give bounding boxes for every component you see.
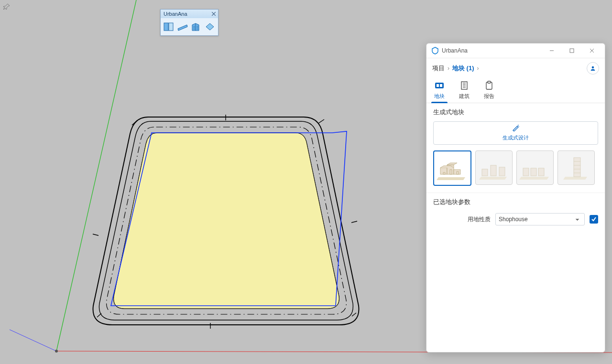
svg-rect-35 [531, 168, 536, 176]
template-thumbnails [426, 147, 605, 193]
svg-rect-21 [461, 82, 467, 89]
svg-marker-29 [479, 177, 507, 180]
plot-icon [433, 80, 446, 91]
svg-rect-38 [574, 158, 580, 177]
svg-marker-37 [563, 177, 587, 180]
svg-marker-33 [519, 177, 549, 180]
svg-rect-16 [570, 49, 574, 53]
panel-titlebar[interactable]: UrbanAna [426, 43, 605, 58]
svg-rect-34 [523, 168, 529, 176]
urbanana-mini-toolbar[interactable]: UrbanAna [160, 9, 219, 36]
close-button[interactable] [582, 44, 602, 57]
svg-rect-13 [164, 23, 168, 31]
building-tab-icon [458, 80, 470, 91]
minimize-button[interactable] [542, 44, 562, 57]
report-icon [483, 80, 495, 91]
svg-marker-28 [437, 177, 465, 180]
mini-toolbar-title[interactable]: UrbanAna [161, 10, 218, 18]
tab-report[interactable]: 报告 [482, 78, 496, 103]
tab-label: 建筑 [459, 93, 470, 100]
svg-rect-31 [491, 165, 496, 176]
user-avatar-button[interactable] [587, 62, 599, 75]
svg-line-7 [93, 234, 98, 236]
urbanana-panel: UrbanAna 项目 › 地块 (1) › 地块 建筑 [426, 43, 605, 353]
svg-line-12 [352, 313, 356, 316]
mini-toolbar-close-icon[interactable] [210, 11, 217, 17]
svg-rect-27 [488, 81, 491, 83]
thumb-shophouse-cluster[interactable] [475, 150, 513, 185]
land-use-select[interactable]: Shophouse [495, 213, 585, 225]
tool-building-icon[interactable] [190, 20, 203, 33]
svg-point-17 [592, 66, 594, 69]
tab-label: 报告 [484, 93, 494, 100]
thumb-shophouse-courtyard[interactable] [433, 150, 471, 186]
svg-rect-14 [169, 23, 173, 31]
tab-plot[interactable]: 地块 [432, 78, 447, 103]
chevron-right-icon: › [477, 65, 479, 72]
svg-rect-36 [538, 168, 544, 176]
svg-line-8 [351, 221, 357, 223]
svg-line-11 [97, 313, 101, 317]
tab-label: 地块 [434, 93, 445, 100]
tool-road-icon[interactable] [176, 20, 189, 33]
param-checkbox[interactable] [590, 215, 598, 224]
breadcrumb-current[interactable]: 地块 (1) [452, 64, 474, 73]
thumb-shophouse-row[interactable] [516, 150, 554, 185]
wand-icon [512, 125, 520, 132]
svg-rect-32 [499, 167, 505, 176]
panel-title-text: UrbanAna [442, 47, 468, 54]
panel-tabs: 地块 建筑 报告 [426, 76, 605, 103]
thumb-tower[interactable] [557, 150, 595, 185]
param-land-use-label: 用地性质 [433, 215, 491, 224]
app-logo-icon [431, 47, 439, 54]
svg-rect-18 [435, 83, 444, 88]
tab-building[interactable]: 建筑 [457, 78, 471, 103]
section-params-title: 已选地块参数 [426, 193, 605, 209]
svg-rect-19 [437, 84, 439, 87]
tool-diamond-icon[interactable] [204, 20, 217, 33]
maximize-button[interactable] [562, 44, 582, 57]
breadcrumb: 项目 › 地块 (1) › [426, 58, 605, 76]
chevron-right-icon: › [448, 65, 449, 72]
section-generative-title: 生成式地块 [426, 103, 605, 119]
mini-toolbar-title-text: UrbanAna [164, 11, 187, 17]
svg-line-10 [318, 119, 324, 123]
gen-button-label: 生成式设计 [503, 134, 529, 141]
svg-line-2 [10, 330, 56, 351]
svg-rect-30 [482, 169, 488, 176]
breadcrumb-root[interactable]: 项目 [432, 64, 445, 73]
svg-rect-20 [440, 84, 442, 87]
tool-panel-icon[interactable] [163, 20, 175, 33]
svg-line-9 [132, 120, 137, 125]
generative-design-button[interactable]: 生成式设计 [433, 121, 598, 145]
svg-point-3 [55, 350, 58, 353]
param-land-use-row: 用地性质 Shophouse [426, 209, 605, 229]
